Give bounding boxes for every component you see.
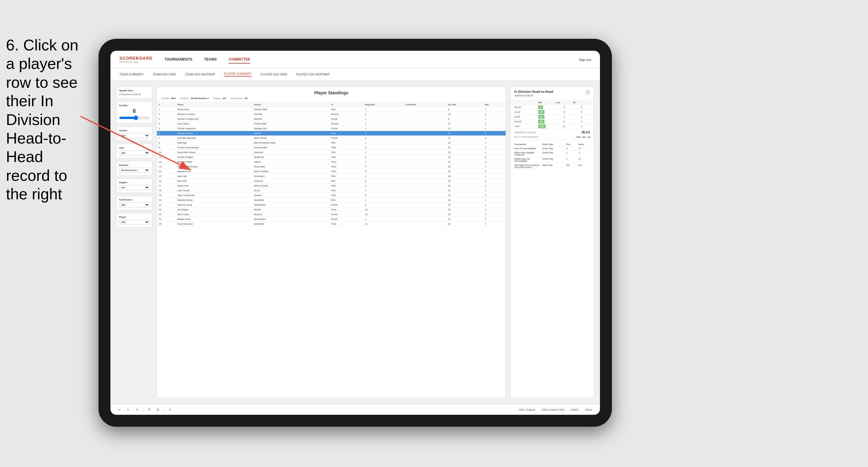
conference-filter: Conference: All	[230, 97, 248, 100]
cell-win: 1	[483, 208, 506, 212]
forward-btn[interactable]: ⟳	[134, 407, 140, 412]
view-original-btn[interactable]: View: Original	[517, 407, 537, 412]
gender-select[interactable]: Men Women	[119, 133, 150, 138]
table-row[interactable]: 14 Maxwell Ford North Carolina Third 3 2…	[157, 169, 506, 174]
table-row[interactable]: 19 Tiger Christensen Arizona Third 8 23 …	[157, 193, 506, 198]
h2h-record: 674 - 33 - 12	[577, 136, 590, 138]
table-row[interactable]: 13 Phachara Khonchan Texas A&M Third 6 3…	[157, 164, 506, 169]
table-row[interactable]: 9 Preston Summerhays Arizona State Third…	[157, 145, 506, 150]
h2h-row: 26-50 22 4 1	[511, 115, 594, 119]
nav-item-tournaments[interactable]: TOURNAMENTS	[164, 56, 192, 64]
h2h-col-loss: Loss	[556, 101, 573, 103]
h2h-close-button[interactable]: ✕	[585, 90, 590, 95]
table-row[interactable]: 2 Michael La Sasso Ole Miss Second 1 18 …	[157, 112, 506, 117]
h2h-win-cell: 22	[538, 116, 556, 118]
sub-nav-team-h2h-heatmap[interactable]: TEAM H2H HEATMAP	[185, 73, 215, 76]
cell-conf-rank	[404, 164, 446, 169]
year-select[interactable]: (All)	[119, 150, 150, 155]
table-row[interactable]: 7 Nicholas Gabrelcik North Florida Fourt…	[157, 136, 506, 141]
h2h-tie-cell: 5	[573, 111, 590, 114]
tournament-score: -17	[578, 158, 590, 162]
table-row[interactable]: 1 Wenyi Ding Arizona State First 1 8 1	[157, 107, 506, 112]
player-select[interactable]: (All)	[119, 220, 150, 225]
nav-item-committee[interactable]: COMMITTEE	[229, 56, 250, 64]
table-row[interactable]: 4 Luke Claton Florida State Second 1 27 …	[157, 121, 506, 126]
year-label: Year	[119, 147, 150, 149]
table-row[interactable]: 25 Cole Sherwood Vanderbilt Third 12 23 …	[157, 222, 506, 226]
cell-school: Arizona State	[252, 145, 329, 150]
nav-item-teams[interactable]: TEAMS	[204, 56, 217, 64]
table-row[interactable]: 23 Jack Lundin Missouri Fourth 11 24 0	[157, 212, 506, 217]
update-time-label: Update time:	[119, 89, 150, 92]
sub-nav-team-h2h-grid[interactable]: TEAM H2H GRID	[153, 73, 176, 76]
cell-yr: Fourth	[329, 117, 363, 121]
t-col-pos: Pos	[566, 143, 578, 145]
list-item[interactable]: Mirabel Maui Jim Intercollegiate Stroke …	[514, 157, 590, 163]
table-row[interactable]: 5 Christo Lamprecht Georgia Tech Fourth …	[157, 126, 506, 131]
cell-no-rds: 30	[446, 164, 483, 169]
list-item[interactable]: Fallen Oak Collegiate Invitational Strok…	[514, 151, 590, 157]
h2h-loss-cell: 3	[556, 106, 573, 108]
redo-btn[interactable]: ↻	[125, 407, 131, 412]
t-col-event-type: Event Type	[542, 143, 566, 145]
rounds-slider[interactable]	[119, 116, 150, 120]
cell-win: 1	[483, 198, 506, 203]
undo-btn[interactable]: ↩	[116, 407, 122, 412]
sign-out-button[interactable]: Sign out	[579, 58, 591, 61]
nav-items: TOURNAMENTS TEAMS COMMITTEE	[164, 56, 579, 64]
tournament-pos: 2	[566, 152, 578, 156]
cell-school: Vanderbilt	[252, 198, 329, 203]
cell-rank: 12	[157, 160, 176, 164]
cell-yr: First	[329, 188, 363, 193]
region-filter: Region: All	[213, 97, 226, 100]
h2h-tie-cell: 1	[573, 125, 590, 128]
paste-btn[interactable]: ⊞	[155, 407, 161, 412]
standings-filters: Gender: Men Division: NCAA Division I Re…	[161, 97, 501, 100]
region-select[interactable]: N/A	[119, 185, 150, 190]
table-row[interactable]: 10 Jacob Mac Diesse Arkansas Fifth 1 23 …	[157, 150, 506, 155]
table-row[interactable]: 24 Bastien Amat New Mexico Fourth 1 27 2	[157, 217, 506, 222]
cell-no-rds: 22	[446, 131, 483, 136]
cell-school: Texas A&M	[252, 164, 329, 169]
save-custom-btn[interactable]: Save Custom View	[540, 407, 566, 412]
cell-reg-rank: 1	[363, 217, 404, 222]
watch-btn[interactable]: Watch	[569, 407, 580, 412]
cell-rank: 16	[157, 179, 176, 184]
copy-btn[interactable]: ⧉	[147, 407, 152, 412]
table-row[interactable]: 18 Luke Powell UCLA First 1 24 1	[157, 188, 506, 193]
share-btn[interactable]: Share	[583, 407, 594, 412]
cell-player: Preston Summerhays	[176, 145, 252, 150]
region-filter-label: Region:	[213, 97, 222, 100]
table-row[interactable]: 17 David Ford North Carolina Third 1 21 …	[157, 184, 506, 188]
table-row[interactable]: 11 Gordon Sargent Vanderbilt Third 4 21 …	[157, 155, 506, 160]
cell-school: Vanderbilt	[252, 222, 329, 226]
sub-nav-team-summary[interactable]: TEAM SUMMARY	[119, 73, 144, 76]
player-label: Player	[119, 216, 150, 218]
list-item[interactable]: SEC Match Play hosted by Jerry Pate Roun…	[514, 163, 590, 169]
table-row[interactable]: 6 Jackson Koivun Auburn First 1 22 2	[157, 131, 506, 136]
cell-yr: Second	[329, 112, 363, 117]
sub-nav-player-summary[interactable]: PLAYER SUMMARY	[224, 72, 252, 77]
table-row[interactable]: 22 Ian Gilligan Florida Third 10 24 1	[157, 208, 506, 212]
no-rounds-value: 6	[119, 108, 150, 114]
table-row[interactable]: 3 Michael Thorbjornsen Stanford Fourth 1…	[157, 117, 506, 121]
list-item[interactable]: Amer Ari Intercollegiate Stroke Play 4 -…	[514, 147, 590, 151]
table-row[interactable]: 12 Brendan Valles Auburn Third 1 27 0	[157, 160, 506, 164]
cell-rank: 1	[157, 107, 176, 112]
cell-reg-rank: 10	[363, 208, 404, 212]
cell-rank: 5	[157, 126, 176, 131]
table-row[interactable]: 16 Alex Goff Kentucky Fifth 8 19 0	[157, 179, 506, 184]
cell-no-rds: 18	[446, 112, 483, 117]
division-select[interactable]: NCAA Division I	[119, 168, 150, 173]
sub-nav-player-h2h-grid[interactable]: PLAYER H2H GRID	[260, 73, 287, 76]
cell-rank: 14	[157, 169, 176, 174]
table-row[interactable]: 15 Jake Hall Tennessee Fifth 1 26 1	[157, 174, 506, 179]
table-row[interactable]: 20 Matthew Riedel Vanderbilt Fifth 1 24 …	[157, 198, 506, 203]
table-row[interactable]: 21 Taehoon Song Washington Fourth 6 23 1	[157, 203, 506, 208]
conference-select[interactable]: (All)	[119, 202, 150, 208]
refresh-btn[interactable]: ↻	[167, 407, 173, 412]
cell-reg-rank: 6	[363, 203, 404, 208]
table-row[interactable]: 8 Mats Ege East Tennessee State Fifth 1 …	[157, 141, 506, 145]
sub-nav-player-h2h-heatmap[interactable]: PLAYER H2H HEATMAP	[297, 73, 330, 76]
cell-yr: Third	[329, 155, 363, 160]
